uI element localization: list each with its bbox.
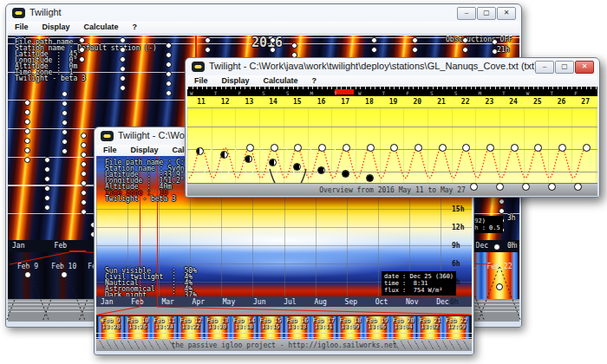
overview-chart[interactable] [187,108,597,183]
moon-icon [120,66,126,72]
moon-icon [270,47,276,53]
moon-icon [120,37,126,43]
menu-item-display[interactable]: Display [36,22,77,34]
moon-icon [24,157,30,163]
weekday-letter: S [430,90,434,96]
moon-icon [205,47,211,53]
moon-icon [62,148,68,154]
day-cell[interactable]: Feb 22 [481,252,518,299]
menu-item-?[interactable]: ? [305,75,324,88]
main-hour-label-0h: 0h [507,242,516,250]
moon-icon [371,37,377,43]
moon-icon [79,37,85,43]
moon-icon [79,47,85,53]
day-number: 14 [264,98,282,106]
nanuqs-window-titlebar[interactable]: Twilight - C:\Work\java\work\twilight\de… [187,58,597,75]
day-cell-length: 13:15 [258,323,284,330]
day-cell-length: 13:06 [363,323,389,330]
moon-icon [24,128,30,134]
moon-icon [120,47,126,53]
day-number: 18 [361,98,378,106]
weekday-letter: T [502,90,506,96]
menu-item-display[interactable]: Display [124,145,166,157]
hour-label: 9h [452,242,460,250]
overview-statusbar: Overview from 2016 May 11 to May 27 [187,183,597,196]
sydney-day-strip[interactable]: Feb 913:28Feb 1013:26Feb 1113:24Feb 1213… [96,315,472,339]
day-number: 17 [336,98,354,106]
moon-icon [81,209,87,215]
day-cell-length: 13:18 [231,323,257,330]
day-number: 23 [480,98,498,106]
day-cell-length: 13:28 [98,323,124,330]
day-cell[interactable]: Feb 10 [46,252,82,299]
moon-icon [120,75,126,81]
main-window-titlebar[interactable]: Twilight –▢✕ [8,4,519,22]
moon-icon [44,205,50,211]
menu-item-file[interactable]: File [187,75,215,88]
weekday-letter: T [334,90,337,96]
menu-item-display[interactable]: Display [215,75,257,88]
hour-label: 6h [452,260,460,268]
day-number: 12 [217,98,234,106]
moon-icon [24,100,30,106]
moon-icon [166,71,172,77]
close-button[interactable]: ✕ [575,61,594,74]
day-number: 22 [457,98,474,106]
weekday-letter: S [262,90,265,96]
moon-icon [62,91,68,97]
menu-item-calculate[interactable]: Calculate [257,75,305,88]
day-cell-label: Feb 10 [46,263,82,270]
day-cell-length: 13:02 [417,323,443,330]
day-cell-length: 12:59 [443,323,469,330]
app-icon [12,8,25,18]
moon-icon [81,161,87,167]
month-label-nov: Nov [406,298,418,306]
moon-icon [412,37,418,43]
info-line: Dark night : 37% [105,292,197,296]
moon-icon [44,166,50,172]
day-number: 21 [433,98,450,106]
day-number-axis: 1112131415161718192021222324252627 [187,96,597,108]
nanuqs-cove-window: Twilight - C:\Work\java\work\twilight\de… [185,57,600,198]
sun-statistics: Sun visible : 50%Civil twilight : 4%Naut… [105,268,197,296]
day-cell-label: Feb 22 [481,263,518,270]
info-line: Twilight - beta 3 [105,196,197,202]
ruler-current-day-marker [335,89,354,94]
menu-item-file[interactable]: File [8,22,36,34]
weekday-letter: F [574,90,578,96]
moon-icon [270,37,276,43]
minimize-button[interactable]: – [457,7,476,20]
moon-icon [166,62,172,68]
weekday-letter: W [526,90,530,96]
close-button[interactable]: ✕ [497,7,516,20]
day-cell[interactable]: Feb 9 [10,252,46,299]
day-number: 11 [193,98,210,106]
moon-icon [120,85,126,91]
maximize-button[interactable]: ▢ [555,61,574,74]
month-label-sep: Sep [345,298,357,306]
day-cell-label: Feb 9 [10,263,46,270]
menu-item-calculate[interactable]: Calculate [77,22,126,34]
moon-icon [81,152,87,158]
main-hour-label-3h: 3h [507,214,516,222]
moon-icon [81,190,87,196]
moon-icon [412,47,418,53]
moon-icon [24,147,30,153]
minimize-button[interactable]: – [535,61,554,74]
month-label-jul: Jul [284,298,296,306]
maximize-button[interactable]: ▢ [477,7,496,20]
project-credit-text: the passive igloo project - http://igloo… [96,341,472,349]
app-icon [101,131,114,141]
day-number: 15 [289,98,306,106]
tooltip-line: (92) [471,218,500,224]
strip-baseline [96,333,472,338]
day-ruler: WTFSSMTWTFSSMTWTF [187,87,597,96]
moon-icon [371,47,377,53]
year-label: 2016 [251,36,283,49]
sydney-footer: the passive igloo project - http://igloo… [96,339,472,351]
moon-icon [24,119,30,125]
menu-item-file[interactable]: File [96,145,124,157]
moon-icon [61,271,68,278]
menu-item-?[interactable]: ? [126,22,145,34]
moon-icon [44,185,50,192]
